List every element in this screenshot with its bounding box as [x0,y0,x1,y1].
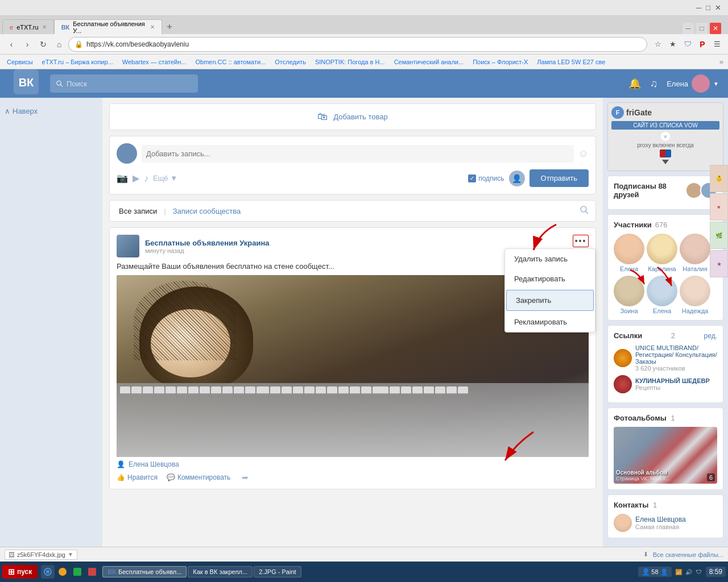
frigate-proxy-label: proxy включен всегда [611,142,719,148]
tab-etxt[interactable]: e eTXT.ru ✕ [2,19,54,34]
link-item-2[interactable]: КУЛИНАРНЫЙ ШЕДЕВР Рецепты [614,375,717,393]
home-btn[interactable]: ⌂ [52,38,66,51]
member-3[interactable]: Наталия [680,234,710,272]
music-attach-icon[interactable]: ♪ [144,173,148,184]
contact-name-1[interactable]: Елена Шевцова [635,516,686,523]
window-close[interactable]: ✕ [710,23,721,34]
download-arrow[interactable]: ⬇ [643,551,648,558]
star-icon[interactable]: ☆ [652,38,664,51]
tab-close-etxt[interactable]: ✕ [42,24,47,30]
link-item-1[interactable]: UNICE MULTIBRAND/ Регистрация/ Консульта… [614,344,717,372]
vk-logo: ВК [9,69,43,98]
taskbar-network-icon[interactable]: 📶 [674,567,683,576]
floater-4[interactable]: ★ [710,250,728,277]
bookmark-otsledit[interactable]: Отследить [272,57,308,66]
member-4[interactable]: Зоина [614,276,644,314]
post-author[interactable]: Бесплатные объявления Украина [145,239,270,247]
close-btn[interactable]: ✕ [715,3,721,12]
menu-advertise[interactable]: Рекламировать [505,312,595,332]
member-1[interactable]: Елена [614,234,644,272]
refresh-btn[interactable]: ↻ [36,38,50,51]
tab-all-posts[interactable]: Все записи [117,207,159,215]
shield-icon[interactable]: 🛡 [681,38,694,51]
bookmark-lampa[interactable]: Лампа LED 5W E27 све [535,57,607,66]
window-maximize[interactable]: □ [696,23,708,34]
minimize-btn[interactable]: ─ [696,3,701,12]
tab-community-posts[interactable]: Записи сообщества [171,207,243,215]
bookmarks-more[interactable]: » [719,57,723,66]
floater-1[interactable]: 👶 [710,165,728,192]
floater-3[interactable]: 🌿 [710,222,728,249]
taskbar-volume-icon[interactable]: 🔊 [684,567,693,576]
maximize-btn[interactable]: □ [706,3,710,12]
back-to-top-btn[interactable]: ∧ Наверх [5,103,98,119]
menu-delete[interactable]: Удалить запись [505,249,595,269]
taskbar-chrome-icon[interactable] [41,565,55,579]
tab-new-btn[interactable] [162,19,177,34]
member-2[interactable]: Каролина [647,234,677,272]
bookmark-obmen[interactable]: Obmen.CC :: автомати... [193,57,268,66]
podpis-avatar[interactable]: 👤 [509,171,525,186]
star-filled-icon[interactable]: ★ [667,38,679,51]
search-posts-icon[interactable] [580,205,589,217]
menu-edit[interactable]: Редактировать [505,269,595,289]
emoji-icon[interactable]: ☺ [578,148,589,160]
podpis-checkbox[interactable]: ✓ подпись [468,174,504,182]
bookmark-semantic[interactable]: Семантический анали... [392,57,466,66]
photo-icon[interactable]: 📷 [117,173,128,184]
right-floaters: 👶 ♥ 🌿 ★ [710,165,728,277]
member-name-2: Каролина [647,265,677,272]
link-icon-1 [614,349,632,367]
taskbar-icon-3[interactable] [71,565,84,579]
post-editor-name[interactable]: Елена Шевцова [129,460,179,468]
bookmark-webartex[interactable]: Webartex — статейн... [120,57,189,66]
start-button[interactable]: ⊞ пуск [2,565,38,579]
menu-pin[interactable]: Закрепить [506,290,594,311]
window-minimize[interactable]: ─ [682,23,694,34]
more-attach-btn[interactable]: Ещё ▼ [153,174,177,182]
add-product-bar[interactable]: 🛍 Добавить товар [109,103,596,130]
member-6[interactable]: Надежда [680,276,710,314]
taskbar-icon-4[interactable] [85,565,99,579]
tab-vk[interactable]: ВК Бесплатные объявления У... ✕ [54,19,163,34]
tab-close-vk[interactable]: ✕ [150,24,155,30]
share-icon[interactable]: ➦ [242,473,249,482]
menu-icon[interactable]: ☰ [711,38,723,51]
member-5[interactable]: Елена [647,276,677,314]
url-text[interactable]: https://vk.com/besedkaobyavleniu [86,40,641,48]
taskbar-app-how[interactable]: Как в ВК закрепл... [188,566,253,577]
music-icon[interactable]: ♫ [650,78,658,90]
all-downloads-link[interactable]: Все скаченные файлы... [653,551,723,558]
taskbar-icon-2[interactable] [56,565,69,579]
composer-avatar [117,143,137,164]
url-bar: 🔒 https://vk.com/besedkaobyavleniu [68,37,647,52]
album-thumb[interactable]: Основной альбом Страница VK: https://...… [614,427,717,484]
taskbar-app-paint[interactable]: 2.JPG - Paint [254,566,301,577]
back-btn[interactable]: ‹ [5,38,18,51]
taskbar-security-icon[interactable]: 🛡 [694,567,704,576]
vk-user-menu[interactable]: Елена ▼ [667,74,719,93]
notification-icon[interactable]: 🔔 [628,77,641,90]
links-edit-btn[interactable]: ред. [704,332,717,340]
bookmark-etxt[interactable]: eTXT.ru – Биржа копир... [40,57,115,66]
video-icon[interactable]: ▶ [133,173,139,184]
contacts-widget: Контакты 1 Елена Шевцова Самая главная [607,494,723,538]
floater-2[interactable]: ♥ [710,193,728,221]
like-btn[interactable]: 👍 Нравится [117,473,158,481]
vk-search-input[interactable] [67,80,192,88]
bookmark-sinoptik[interactable]: SINOPTIK: Погода в Н... [313,57,387,66]
password-icon[interactable]: P [696,38,709,51]
forward-btn[interactable]: › [20,38,34,51]
send-btn[interactable]: Отправить [530,169,589,187]
post-options-btn[interactable]: ••• [573,235,589,247]
status-file[interactable]: 🖼 z5k6FYF4dxk.jpg ▼ [5,550,77,560]
links-widget: Ссылки 2 ред. UNICE MULTIBRAND/ Регистра… [607,325,723,403]
comment-btn[interactable]: 💬 Комментировать [167,473,230,481]
taskbar-app-vk[interactable]: ВК Бесплатные объявл... [102,566,187,577]
composer-input[interactable] [142,145,574,163]
bookmark-florist[interactable]: Поиск – Флорист-Х [470,57,530,66]
members-count: 676 [655,221,668,229]
link-name-2: КУЛИНАРНЫЙ ШЕДЕВР [635,377,710,384]
status-file-dropdown[interactable]: ▼ [68,551,73,558]
bookmark-servisy[interactable]: Сервисы [5,57,35,66]
